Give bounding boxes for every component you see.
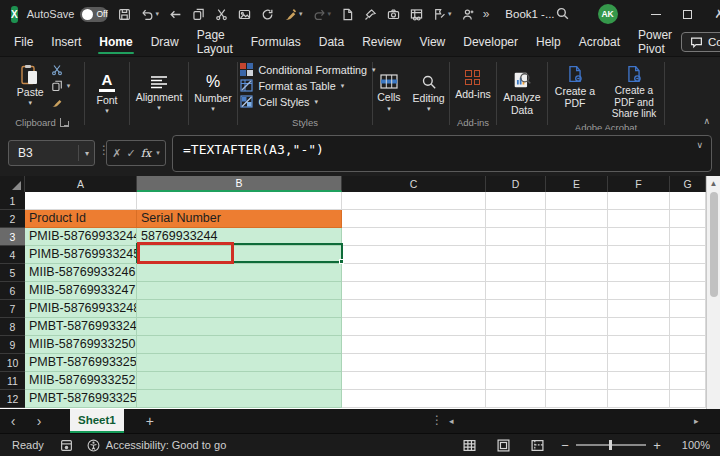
conditional-formatting-button[interactable]: Conditional Formatting ▾ [240,63,375,76]
table-lookup-icon[interactable] [410,8,423,21]
column-header-d[interactable]: D [486,176,546,192]
page-break-view-button[interactable] [520,439,554,452]
cell-E6[interactable] [546,282,608,300]
cell-D4[interactable] [486,246,546,264]
cell-D11[interactable] [486,372,546,390]
cell-C8[interactable] [342,318,486,336]
cell-F8[interactable] [608,318,670,336]
cell-A4[interactable]: PIMB-58769933245 [25,246,137,264]
cell-G4[interactable] [670,246,706,264]
copy-icon[interactable] [192,8,205,21]
cell-E1[interactable] [546,192,608,210]
next-sheet-icon[interactable]: › [26,413,52,429]
cell-F9[interactable] [608,336,670,354]
cell-B2[interactable]: Serial Number [137,210,342,228]
tab-page-layout[interactable]: Page Layout [188,28,242,56]
page-layout-view-button[interactable] [486,439,520,452]
sheet-tab-sheet1[interactable]: Sheet1 [70,409,124,433]
zoom-out-button[interactable]: − [554,438,576,453]
cell-D7[interactable] [486,300,546,318]
name-box-chevron[interactable]: ▾ [78,145,89,161]
column-header-e[interactable]: E [546,176,608,192]
cell-G8[interactable] [670,318,706,336]
back-icon[interactable] [169,8,182,21]
cell-B12[interactable] [137,390,342,408]
cell-G5[interactable] [670,264,706,282]
row-header-10[interactable]: 10 [0,354,25,372]
cell-styles-button[interactable]: Cell Styles ▾ [240,95,318,108]
tab-formulas[interactable]: Formulas [242,28,310,56]
tab-home[interactable]: Home [90,28,141,56]
tab-acrobat[interactable]: Acrobat [570,28,629,56]
cell-F10[interactable] [608,354,670,372]
cell-C6[interactable] [342,282,486,300]
cell-D12[interactable] [486,390,546,408]
redo-menu-chevron[interactable]: ▾ [328,10,332,18]
highlighter-menu-chevron[interactable]: ▾ [299,10,303,18]
format-painter-button[interactable] [51,96,71,108]
cell-E11[interactable] [546,372,608,390]
row-header-8[interactable]: 8 [0,318,25,336]
flag-pen-menu-chevron[interactable]: ▾ [448,10,452,18]
cell-B7[interactable] [137,300,342,318]
cell-F11[interactable] [608,372,670,390]
scroll-up-icon[interactable]: ▲ [707,179,720,188]
function-menu-chevron[interactable]: ▾ [156,149,160,157]
cell-C12[interactable] [342,390,486,408]
cell-A10[interactable]: PMBT-58769933251 [25,354,137,372]
row-header-6[interactable]: 6 [0,282,25,300]
expand-formula-bar-chevron[interactable]: ∨ [696,140,703,150]
tab-view[interactable]: View [410,28,454,56]
cell-B3[interactable]: 58769933244 [137,228,342,246]
ribbon-copy-button[interactable]: ▾ [51,80,71,92]
tab-developer[interactable]: Developer [454,28,527,56]
insert-function-icon[interactable]: fx [141,147,151,160]
cell-A3[interactable]: PMIB-58769933244 [25,228,137,246]
cell-F12[interactable] [608,390,670,408]
macro-record-icon[interactable] [60,439,73,452]
autosave-toggle[interactable]: Off [80,7,107,22]
cell-A11[interactable]: MIIB-58769933252 [25,372,137,390]
cell-D8[interactable] [486,318,546,336]
cell-A2[interactable]: Product Id [25,210,137,228]
row-header-2[interactable]: 2 [0,210,25,228]
cell-E4[interactable] [546,246,608,264]
cell-C4[interactable] [342,246,486,264]
font-button[interactable]: A Font ▾ [93,70,120,117]
cell-C11[interactable] [342,372,486,390]
format-as-table-button[interactable]: Format as Table ▾ [240,79,344,92]
cell-A7[interactable]: PMIB-58769933248 [25,300,137,318]
zoom-in-button[interactable]: + [646,438,668,453]
redo-icon[interactable]: ▾ [313,8,332,21]
row-header-9[interactable]: 9 [0,336,25,354]
add-person-icon[interactable] [462,8,475,21]
cell-B4[interactable] [137,246,342,264]
column-header-b[interactable]: B [137,176,342,192]
alignment-button[interactable]: Alignment ▾ [133,73,186,114]
select-all-corner[interactable] [0,176,25,192]
cell-A1[interactable] [25,192,137,210]
cut-icon[interactable] [215,8,228,21]
cell-A5[interactable]: MIIB-58769933246 [25,264,137,282]
vertical-scrollbar[interactable]: ▲ [706,176,720,409]
avatar[interactable]: AK [598,4,618,24]
search-icon[interactable] [555,6,570,23]
cell-G2[interactable] [670,210,706,228]
confirm-entry-icon[interactable]: ✓ [127,147,136,160]
cell-A12[interactable]: PMBT-58769933253 [25,390,137,408]
row-header-4[interactable]: 4 [0,246,25,264]
collapse-ribbon-chevron[interactable]: ∧ [703,116,710,126]
row-header-12[interactable]: 12 [0,390,25,408]
vertical-scroll-thumb[interactable] [710,192,718,297]
cell-F3[interactable] [608,228,670,246]
formula-input[interactable]: =TEXTAFTER(A3,"-") ∨ [172,135,712,172]
excel-logo-icon[interactable]: X [11,6,18,23]
cell-C3[interactable] [342,228,486,246]
cell-C7[interactable] [342,300,486,318]
column-header-f[interactable]: F [608,176,670,192]
cell-B5[interactable] [137,264,342,282]
highlighter-icon[interactable]: ▾ [284,8,303,21]
cell-E12[interactable] [546,390,608,408]
row-header-5[interactable]: 5 [0,264,25,282]
cell-E3[interactable] [546,228,608,246]
